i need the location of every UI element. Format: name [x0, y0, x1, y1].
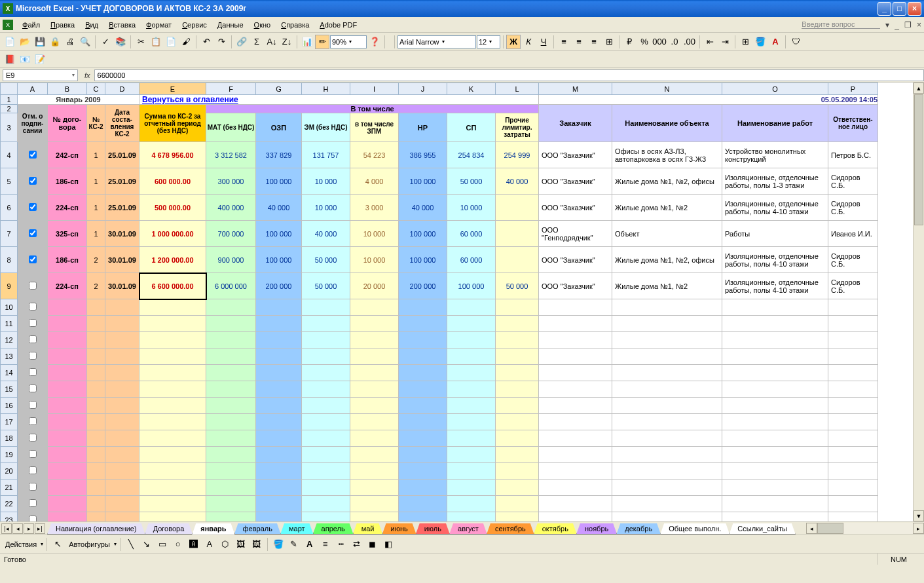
cell-customer[interactable]: ООО "Заказчик" — [539, 142, 612, 168]
cell-sum[interactable]: 4 678 956.00 — [139, 142, 206, 168]
cell-sp[interactable]: 10 000 — [447, 195, 496, 221]
sort-desc-icon[interactable]: Z↓ — [280, 35, 294, 49]
cell-resp[interactable]: Сидоров С.Б. — [828, 168, 878, 195]
sheet-tab-январь[interactable]: январь — [192, 523, 234, 535]
sheet-tab-июнь[interactable]: июнь — [382, 523, 416, 535]
cell-object[interactable]: Жилые дома №1, №2, офисы — [612, 247, 722, 273]
scroll-thumb[interactable] — [817, 523, 843, 534]
cell-object[interactable]: Жилые дома №1, №2, офисы — [612, 168, 722, 195]
underline-icon[interactable]: Ч — [536, 35, 551, 49]
menu-Правка[interactable]: Правка — [45, 20, 80, 30]
cell-sum[interactable]: 600 000.00 — [139, 168, 206, 195]
borders-icon[interactable]: ⊞ — [738, 35, 752, 49]
cell-object[interactable]: Жилые дома №1, №2 — [612, 273, 722, 299]
row-header[interactable]: 9 — [1, 273, 18, 299]
sign-checkbox[interactable] — [18, 365, 48, 381]
3d-icon[interactable]: ◧ — [381, 537, 396, 552]
row-header[interactable]: 16 — [1, 398, 18, 414]
cell-works[interactable]: Изоляционные, отделочные работы, полы 4-… — [722, 273, 828, 299]
research-icon[interactable]: 📚 — [113, 35, 128, 49]
cell-zpm[interactable]: 20 000 — [350, 273, 399, 299]
italic-icon[interactable]: К — [521, 35, 536, 49]
cell-em[interactable]: 10 000 — [302, 168, 350, 195]
cell-ks2[interactable]: 2 — [87, 273, 105, 299]
percent-icon[interactable]: % — [637, 35, 652, 49]
cell-ks2[interactable]: 2 — [87, 247, 105, 273]
sign-checkbox[interactable] — [18, 299, 48, 316]
cell-other[interactable]: 50 000 — [496, 273, 539, 299]
sign-checkbox[interactable] — [18, 168, 48, 195]
cell-customer[interactable]: ООО "Заказчик" — [539, 273, 612, 299]
align-left-icon[interactable]: ≡ — [557, 35, 571, 49]
cell-date[interactable]: 25.01.09 — [105, 142, 139, 168]
cell-works[interactable]: Работы — [722, 221, 828, 247]
cut-icon[interactable]: ✂ — [134, 35, 148, 49]
scroll-down-icon[interactable]: ▼ — [914, 510, 924, 521]
close-button[interactable]: × — [908, 2, 921, 16]
undo-icon[interactable]: ↶ — [199, 35, 213, 49]
new-icon[interactable]: 📄 — [3, 35, 17, 49]
line-style-icon[interactable]: ≡ — [318, 537, 333, 552]
menu-Файл[interactable]: Файл — [17, 20, 45, 30]
tab-first-icon[interactable]: |◂ — [1, 523, 12, 534]
sign-checkbox[interactable] — [18, 398, 48, 414]
cell-ozp[interactable]: 100 000 — [256, 247, 302, 273]
cell-em[interactable]: 50 000 — [302, 247, 350, 273]
row-header[interactable]: 19 — [1, 447, 18, 463]
cell-ks2[interactable]: 1 — [87, 195, 105, 221]
wordart-icon[interactable]: A — [202, 537, 217, 552]
cell-mat[interactable]: 300 000 — [206, 168, 256, 195]
cell-resp[interactable]: Сидоров С.Б. — [828, 273, 878, 299]
menu-Adobe PDF[interactable]: Adobe PDF — [314, 20, 362, 30]
cell-zpm[interactable]: 10 000 — [350, 221, 399, 247]
font-color-icon[interactable]: A — [768, 35, 783, 49]
minimize-button[interactable]: _ — [878, 2, 891, 16]
row-header[interactable]: 5 — [1, 168, 18, 195]
sheet-tab-октябрь[interactable]: октябрь — [534, 523, 577, 535]
cell-object[interactable]: Жилые дома №1, №2 — [612, 195, 722, 221]
cell-sum[interactable]: 6 600 000.00 — [139, 273, 206, 299]
cell-date[interactable]: 30.01.09 — [105, 221, 139, 247]
dec-decimal-icon[interactable]: .00 — [682, 35, 697, 49]
tab-prev-icon[interactable]: ◂ — [12, 523, 23, 534]
row-header[interactable]: 15 — [1, 381, 18, 398]
sign-checkbox[interactable] — [18, 463, 48, 480]
cell-customer[interactable]: ООО "Заказчик" — [539, 247, 612, 273]
cell-date[interactable]: 25.01.09 — [105, 195, 139, 221]
actions-menu[interactable]: Действия — [3, 540, 39, 548]
cell-ks2[interactable]: 1 — [87, 221, 105, 247]
cell-contract[interactable]: 325-сп — [48, 221, 87, 247]
sheet-tab-декабрь[interactable]: декабрь — [616, 523, 661, 535]
dash-style-icon[interactable]: ┅ — [334, 537, 348, 552]
cell-object[interactable]: Офисы в осях А3-Л3, автопарковка в осях … — [612, 142, 722, 168]
cell-date[interactable]: 25.01.09 — [105, 168, 139, 195]
cell-resp[interactable]: Иванов И.И. — [828, 221, 878, 247]
cell-customer[interactable]: ООО "Заказчик" — [539, 168, 612, 195]
arrow-icon[interactable]: ↘ — [139, 537, 154, 552]
cell-sum[interactable]: 500 000.00 — [139, 195, 206, 221]
zoom-combo[interactable]: 90%▾ — [330, 35, 367, 48]
row-header[interactable]: 7 — [1, 221, 18, 247]
copy-icon[interactable]: 📋 — [149, 35, 163, 49]
ask-question-box[interactable]: Введите вопрос — [802, 20, 880, 29]
textbox-icon[interactable]: 🅰 — [187, 537, 201, 552]
cell-ozp[interactable]: 100 000 — [256, 168, 302, 195]
row-header[interactable]: 20 — [1, 463, 18, 480]
cell-contract[interactable]: 242-сп — [48, 142, 87, 168]
sign-checkbox[interactable] — [18, 447, 48, 463]
row-header[interactable]: 3 — [1, 113, 18, 142]
sign-checkbox[interactable] — [18, 414, 48, 430]
cell-resp[interactable]: Сидоров С.Б. — [828, 247, 878, 273]
horizontal-scrollbar[interactable]: ◂ ▸ — [806, 522, 924, 535]
paste-icon[interactable]: 📄 — [164, 35, 178, 49]
cell-zpm[interactable]: 4 000 — [350, 168, 399, 195]
cell-contract[interactable]: 186-сп — [48, 168, 87, 195]
row-header[interactable]: 11 — [1, 316, 18, 332]
cell-contract[interactable]: 224-сп — [48, 273, 87, 299]
dropdown-icon[interactable]: ▾ — [885, 20, 889, 29]
sign-checkbox[interactable] — [18, 247, 48, 273]
cell-nr[interactable]: 200 000 — [399, 273, 447, 299]
sheet-tab-Договора[interactable]: Договора — [145, 523, 193, 535]
permission-icon[interactable]: 🔒 — [48, 35, 62, 49]
row-header[interactable]: 10 — [1, 299, 18, 316]
